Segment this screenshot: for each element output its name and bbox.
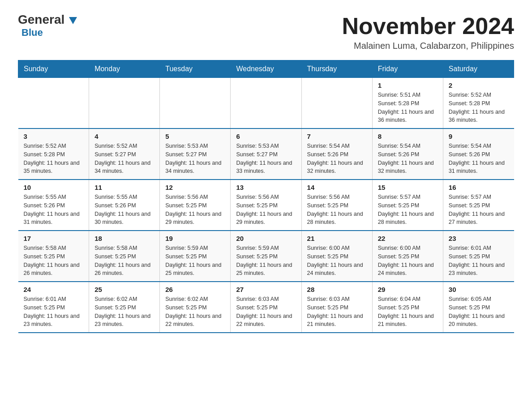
day-number: 22	[378, 235, 438, 242]
weekday-header-friday: Friday	[372, 60, 443, 78]
day-number: 18	[94, 235, 154, 242]
calendar-cell	[231, 78, 301, 129]
day-info: Sunrise: 5:56 AMSunset: 5:25 PMDaylight:…	[165, 193, 225, 227]
day-info: Sunrise: 6:05 AMSunset: 5:25 PMDaylight:…	[449, 295, 509, 329]
calendar-cell: 19Sunrise: 5:59 AMSunset: 5:25 PMDayligh…	[160, 231, 231, 282]
day-number: 17	[24, 235, 84, 242]
day-info: Sunrise: 5:59 AMSunset: 5:25 PMDaylight:…	[236, 244, 296, 278]
day-number: 16	[449, 184, 509, 191]
calendar-week-row: 3Sunrise: 5:52 AMSunset: 5:28 PMDaylight…	[18, 128, 514, 180]
calendar-cell: 29Sunrise: 6:04 AMSunset: 5:25 PMDayligh…	[372, 282, 443, 333]
day-info: Sunrise: 5:56 AMSunset: 5:25 PMDaylight:…	[236, 193, 296, 227]
calendar-cell: 24Sunrise: 6:01 AMSunset: 5:25 PMDayligh…	[18, 282, 89, 333]
logo-text: General	[18, 13, 77, 26]
calendar-week-row: 1Sunrise: 5:51 AMSunset: 5:28 PMDaylight…	[18, 78, 514, 129]
calendar-cell: 17Sunrise: 5:58 AMSunset: 5:25 PMDayligh…	[18, 231, 89, 282]
weekday-header-thursday: Thursday	[301, 60, 372, 78]
calendar-body: 1Sunrise: 5:51 AMSunset: 5:28 PMDaylight…	[18, 78, 514, 333]
day-info: Sunrise: 5:57 AMSunset: 5:25 PMDaylight:…	[449, 193, 509, 227]
day-info: Sunrise: 5:54 AMSunset: 5:26 PMDaylight:…	[307, 142, 367, 176]
day-info: Sunrise: 5:53 AMSunset: 5:27 PMDaylight:…	[236, 142, 296, 176]
calendar-cell: 16Sunrise: 5:57 AMSunset: 5:25 PMDayligh…	[443, 180, 514, 231]
title-block: November 2024 Malainen Luma, Calabarzon,…	[342, 13, 514, 51]
day-number: 25	[94, 286, 154, 293]
calendar-cell: 1Sunrise: 5:51 AMSunset: 5:28 PMDaylight…	[372, 78, 443, 129]
day-number: 24	[24, 286, 84, 293]
day-info: Sunrise: 5:51 AMSunset: 5:28 PMDaylight:…	[378, 91, 438, 124]
day-number: 12	[165, 184, 225, 191]
weekday-header-wednesday: Wednesday	[231, 60, 301, 78]
day-number: 5	[165, 133, 225, 140]
day-number: 15	[378, 184, 438, 191]
location-subtitle: Malainen Luma, Calabarzon, Philippines	[342, 41, 514, 51]
day-info: Sunrise: 6:01 AMSunset: 5:25 PMDaylight:…	[24, 295, 84, 329]
calendar-cell: 30Sunrise: 6:05 AMSunset: 5:25 PMDayligh…	[443, 282, 514, 333]
calendar-cell: 5Sunrise: 5:53 AMSunset: 5:27 PMDaylight…	[160, 128, 231, 180]
day-number: 2	[449, 81, 509, 89]
calendar-cell: 27Sunrise: 6:03 AMSunset: 5:25 PMDayligh…	[231, 282, 301, 333]
day-info: Sunrise: 5:57 AMSunset: 5:25 PMDaylight:…	[378, 193, 438, 227]
day-number: 26	[165, 286, 225, 293]
calendar-cell: 2Sunrise: 5:52 AMSunset: 5:28 PMDaylight…	[443, 78, 514, 129]
calendar-cell: 14Sunrise: 5:56 AMSunset: 5:25 PMDayligh…	[301, 180, 372, 231]
day-info: Sunrise: 5:58 AMSunset: 5:25 PMDaylight:…	[94, 244, 154, 278]
day-info: Sunrise: 6:03 AMSunset: 5:25 PMDaylight:…	[236, 295, 296, 329]
logo-blue-label: Blue	[20, 27, 43, 39]
day-info: Sunrise: 6:00 AMSunset: 5:25 PMDaylight:…	[307, 244, 367, 278]
day-number: 20	[236, 235, 296, 242]
day-info: Sunrise: 5:52 AMSunset: 5:28 PMDaylight:…	[24, 142, 84, 176]
calendar-header: SundayMondayTuesdayWednesdayThursdayFrid…	[18, 60, 514, 78]
day-info: Sunrise: 5:52 AMSunset: 5:28 PMDaylight:…	[449, 91, 509, 124]
weekday-header-row: SundayMondayTuesdayWednesdayThursdayFrid…	[18, 60, 514, 78]
day-info: Sunrise: 6:00 AMSunset: 5:25 PMDaylight:…	[378, 244, 438, 278]
day-info: Sunrise: 5:52 AMSunset: 5:27 PMDaylight:…	[94, 142, 154, 176]
logo-triangle-icon	[69, 17, 77, 24]
month-year-title: November 2024	[342, 13, 514, 39]
day-number: 3	[24, 133, 84, 140]
day-info: Sunrise: 6:01 AMSunset: 5:25 PMDaylight:…	[449, 244, 509, 278]
day-info: Sunrise: 5:58 AMSunset: 5:25 PMDaylight:…	[24, 244, 84, 278]
page-header: General Blue November 2024 Malainen Luma…	[18, 13, 514, 51]
calendar-cell: 7Sunrise: 5:54 AMSunset: 5:26 PMDaylight…	[301, 128, 372, 180]
day-number: 19	[165, 235, 225, 242]
day-info: Sunrise: 5:59 AMSunset: 5:25 PMDaylight:…	[165, 244, 225, 278]
calendar-cell	[301, 78, 372, 129]
day-number: 23	[449, 235, 509, 242]
calendar-table: SundayMondayTuesdayWednesdayThursdayFrid…	[18, 60, 514, 333]
calendar-cell: 11Sunrise: 5:55 AMSunset: 5:26 PMDayligh…	[89, 180, 160, 231]
day-info: Sunrise: 5:53 AMSunset: 5:27 PMDaylight:…	[165, 142, 225, 176]
calendar-cell: 3Sunrise: 5:52 AMSunset: 5:28 PMDaylight…	[18, 128, 89, 180]
day-info: Sunrise: 5:54 AMSunset: 5:26 PMDaylight:…	[378, 142, 438, 176]
day-info: Sunrise: 6:04 AMSunset: 5:25 PMDaylight:…	[378, 295, 438, 329]
calendar-cell: 12Sunrise: 5:56 AMSunset: 5:25 PMDayligh…	[160, 180, 231, 231]
calendar-cell	[18, 78, 89, 129]
calendar-cell: 28Sunrise: 6:03 AMSunset: 5:25 PMDayligh…	[301, 282, 372, 333]
calendar-cell: 21Sunrise: 6:00 AMSunset: 5:25 PMDayligh…	[301, 231, 372, 282]
svg-marker-0	[69, 17, 77, 24]
weekday-header-monday: Monday	[89, 60, 160, 78]
calendar-cell: 15Sunrise: 5:57 AMSunset: 5:25 PMDayligh…	[372, 180, 443, 231]
calendar-cell	[160, 78, 231, 129]
calendar-week-row: 24Sunrise: 6:01 AMSunset: 5:25 PMDayligh…	[18, 282, 514, 333]
calendar-week-row: 10Sunrise: 5:55 AMSunset: 5:26 PMDayligh…	[18, 180, 514, 231]
day-info: Sunrise: 5:55 AMSunset: 5:26 PMDaylight:…	[94, 193, 154, 227]
calendar-cell	[89, 78, 160, 129]
calendar-cell: 20Sunrise: 5:59 AMSunset: 5:25 PMDayligh…	[231, 231, 301, 282]
day-info: Sunrise: 6:02 AMSunset: 5:25 PMDaylight:…	[165, 295, 225, 329]
day-number: 8	[378, 133, 438, 140]
day-info: Sunrise: 6:02 AMSunset: 5:25 PMDaylight:…	[94, 295, 154, 329]
weekday-header-saturday: Saturday	[443, 60, 514, 78]
day-number: 1	[378, 81, 438, 89]
day-info: Sunrise: 5:56 AMSunset: 5:25 PMDaylight:…	[307, 193, 367, 227]
day-number: 7	[307, 133, 367, 140]
calendar-cell: 9Sunrise: 5:54 AMSunset: 5:26 PMDaylight…	[443, 128, 514, 180]
day-number: 14	[307, 184, 367, 191]
day-number: 21	[307, 235, 367, 242]
calendar-cell: 22Sunrise: 6:00 AMSunset: 5:25 PMDayligh…	[372, 231, 443, 282]
calendar-cell: 13Sunrise: 5:56 AMSunset: 5:25 PMDayligh…	[231, 180, 301, 231]
calendar-cell: 10Sunrise: 5:55 AMSunset: 5:26 PMDayligh…	[18, 180, 89, 231]
day-info: Sunrise: 5:54 AMSunset: 5:26 PMDaylight:…	[449, 142, 509, 176]
calendar-cell: 18Sunrise: 5:58 AMSunset: 5:25 PMDayligh…	[89, 231, 160, 282]
calendar-cell: 25Sunrise: 6:02 AMSunset: 5:25 PMDayligh…	[89, 282, 160, 333]
day-number: 28	[307, 286, 367, 293]
